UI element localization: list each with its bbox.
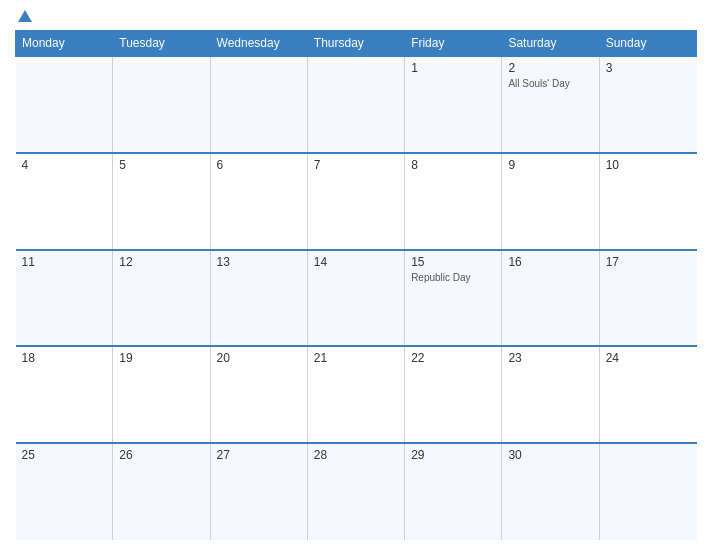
day-cell	[16, 56, 113, 153]
day-cell: 26	[113, 443, 210, 540]
day-cell: 29	[405, 443, 502, 540]
day-cell: 28	[307, 443, 404, 540]
day-cell: 7	[307, 153, 404, 250]
day-number: 22	[411, 351, 495, 365]
day-number: 1	[411, 61, 495, 75]
logo	[15, 10, 32, 22]
day-cell: 22	[405, 346, 502, 443]
week-row-1: 12All Souls' Day3	[16, 56, 697, 153]
day-number: 16	[508, 255, 592, 269]
day-number: 20	[217, 351, 301, 365]
calendar-table: MondayTuesdayWednesdayThursdayFridaySatu…	[15, 30, 697, 540]
day-cell: 25	[16, 443, 113, 540]
header-row: MondayTuesdayWednesdayThursdayFridaySatu…	[16, 31, 697, 57]
day-number: 24	[606, 351, 691, 365]
day-number: 17	[606, 255, 691, 269]
day-number: 5	[119, 158, 203, 172]
header-cell-thursday: Thursday	[307, 31, 404, 57]
header-cell-friday: Friday	[405, 31, 502, 57]
day-number: 27	[217, 448, 301, 462]
holiday-label: Republic Day	[411, 271, 495, 284]
day-number: 25	[22, 448, 107, 462]
day-cell	[599, 443, 696, 540]
day-number: 12	[119, 255, 203, 269]
day-number: 2	[508, 61, 592, 75]
calendar-body: 12All Souls' Day3456789101112131415Repub…	[16, 56, 697, 540]
day-cell: 3	[599, 56, 696, 153]
logo-triangle-icon	[18, 10, 32, 22]
header-cell-sunday: Sunday	[599, 31, 696, 57]
day-cell: 10	[599, 153, 696, 250]
day-cell: 20	[210, 346, 307, 443]
week-row-4: 18192021222324	[16, 346, 697, 443]
day-cell: 1	[405, 56, 502, 153]
day-cell: 15Republic Day	[405, 250, 502, 347]
day-cell: 18	[16, 346, 113, 443]
holiday-label: All Souls' Day	[508, 77, 592, 90]
day-number: 26	[119, 448, 203, 462]
day-cell: 9	[502, 153, 599, 250]
day-cell: 2All Souls' Day	[502, 56, 599, 153]
day-cell: 30	[502, 443, 599, 540]
day-number: 19	[119, 351, 203, 365]
day-number: 28	[314, 448, 398, 462]
day-number: 30	[508, 448, 592, 462]
day-cell: 6	[210, 153, 307, 250]
day-cell: 12	[113, 250, 210, 347]
day-cell	[307, 56, 404, 153]
day-cell: 8	[405, 153, 502, 250]
day-cell: 21	[307, 346, 404, 443]
day-cell: 23	[502, 346, 599, 443]
day-cell: 17	[599, 250, 696, 347]
header-cell-wednesday: Wednesday	[210, 31, 307, 57]
day-cell: 27	[210, 443, 307, 540]
day-cell: 14	[307, 250, 404, 347]
day-number: 9	[508, 158, 592, 172]
day-number: 13	[217, 255, 301, 269]
day-cell	[210, 56, 307, 153]
day-cell: 11	[16, 250, 113, 347]
header-cell-saturday: Saturday	[502, 31, 599, 57]
header-cell-tuesday: Tuesday	[113, 31, 210, 57]
day-cell: 5	[113, 153, 210, 250]
day-number: 15	[411, 255, 495, 269]
day-number: 21	[314, 351, 398, 365]
week-row-2: 45678910	[16, 153, 697, 250]
page: MondayTuesdayWednesdayThursdayFridaySatu…	[0, 0, 712, 550]
day-number: 6	[217, 158, 301, 172]
day-number: 3	[606, 61, 691, 75]
day-number: 18	[22, 351, 107, 365]
day-cell: 24	[599, 346, 696, 443]
day-cell	[113, 56, 210, 153]
day-number: 23	[508, 351, 592, 365]
day-number: 29	[411, 448, 495, 462]
header-cell-monday: Monday	[16, 31, 113, 57]
day-cell: 19	[113, 346, 210, 443]
week-row-3: 1112131415Republic Day1617	[16, 250, 697, 347]
header	[15, 10, 697, 22]
calendar-header: MondayTuesdayWednesdayThursdayFridaySatu…	[16, 31, 697, 57]
day-number: 11	[22, 255, 107, 269]
week-row-5: 252627282930	[16, 443, 697, 540]
day-cell: 16	[502, 250, 599, 347]
day-cell: 4	[16, 153, 113, 250]
day-number: 8	[411, 158, 495, 172]
day-number: 14	[314, 255, 398, 269]
day-number: 7	[314, 158, 398, 172]
day-number: 4	[22, 158, 107, 172]
day-number: 10	[606, 158, 691, 172]
day-cell: 13	[210, 250, 307, 347]
